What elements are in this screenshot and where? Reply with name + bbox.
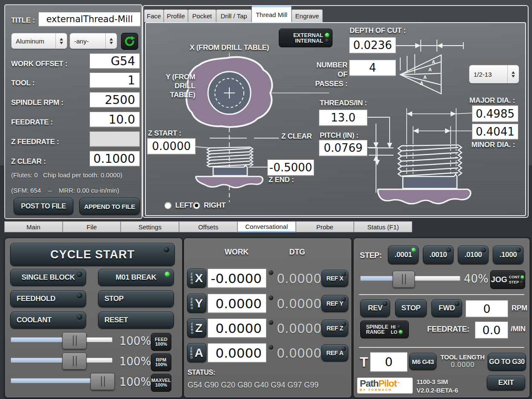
tab-engrave[interactable]: Engrave [292, 9, 323, 22]
maxvel-100-button[interactable]: MAXVEL 100% [151, 374, 171, 392]
z-clear-input[interactable]: 0.1000 [90, 151, 140, 166]
right-radio[interactable] [193, 202, 200, 209]
right-hand-option[interactable]: RIGHT [193, 201, 226, 210]
rpm-unit-label: RPM [512, 304, 527, 312]
tab-conversational[interactable]: Conversational [237, 221, 296, 232]
zero-z-button[interactable]: ZERO Z [187, 318, 206, 338]
tab-drill-tap[interactable]: Drill / Tap [216, 9, 252, 22]
thread-size-select[interactable]: 1/2-13 [469, 65, 519, 84]
tab-profile[interactable]: Profile [164, 9, 188, 22]
step-label: STEP: [360, 251, 382, 260]
rpm-override-value: 100% [119, 355, 151, 368]
feed-override-slider[interactable] [11, 337, 113, 342]
zero-x-button[interactable]: ZERO X [187, 269, 206, 288]
append-to-file-button[interactable]: APPEND TO FILE [79, 198, 140, 215]
feed-100-button[interactable]: FEED 100% [151, 333, 171, 351]
tab-face[interactable]: Face [144, 9, 164, 22]
step-0010-button[interactable]: .0010 [423, 246, 454, 264]
ref-y-button[interactable]: REF Y [321, 295, 348, 312]
x-from-drill-table-label: X (FROM DRILL TABLE) [190, 43, 269, 52]
tab-status[interactable]: Status (F1) [354, 221, 412, 232]
bolt-shank [213, 165, 247, 176]
tab-probe[interactable]: Probe [296, 221, 354, 232]
z-work-dro[interactable]: 0.0000 [208, 318, 266, 338]
x-work-dro[interactable]: -0.0000 [208, 269, 266, 288]
tool-filter-select[interactable]: -any- [69, 33, 117, 49]
major-dia-input[interactable]: 0.4985 [472, 105, 518, 122]
threads-per-in-input[interactable]: 13.0 [319, 110, 367, 126]
depth-of-cut-input[interactable]: 0.0236 [349, 37, 396, 53]
maxvel-override-handle[interactable] [90, 373, 115, 390]
tab-offsets[interactable]: Offsets [179, 221, 237, 232]
minor-dia-input[interactable]: 0.4041 [472, 124, 518, 139]
material-select[interactable]: Aluminum [11, 33, 67, 49]
title-input[interactable]: externalThread-Mill [38, 12, 141, 26]
m01-break-button[interactable]: M01 BREAK [98, 269, 174, 286]
maxvel-override-slider[interactable] [11, 378, 113, 383]
ref-a-button[interactable]: REF A [321, 344, 348, 361]
refresh-button[interactable] [121, 33, 138, 50]
spindle-rev-button[interactable]: REV [360, 299, 390, 317]
z-feedrate-input[interactable] [90, 131, 140, 147]
feed-override-handle[interactable] [62, 332, 87, 349]
threads-per-in-label: THREADS/IN : [320, 99, 367, 107]
feedrate-input[interactable]: 10.0 [90, 112, 140, 127]
step-0100-button[interactable]: .0100 [458, 246, 489, 264]
spindle-fwd-button[interactable]: FWD [431, 299, 462, 317]
rpm-override-slider[interactable] [11, 358, 113, 363]
z-end-label: Z END : [269, 176, 294, 184]
zero-a-button[interactable]: ZERO A [187, 343, 206, 362]
tab-main[interactable]: Main [4, 221, 63, 232]
feedhold-led [77, 293, 82, 298]
exit-button[interactable]: EXIT [487, 375, 525, 390]
jog-cont-led [520, 275, 524, 279]
rpm-100-button[interactable]: RPM 100% [151, 353, 171, 371]
tab-pocket[interactable]: Pocket [188, 9, 216, 22]
spinner-arrows-icon[interactable] [507, 65, 519, 83]
spinner-arrows-icon[interactable] [105, 33, 117, 49]
jog-spindle-panel: STEP: .0001 .0010 .0100 .1000 40% JOG CO… [353, 237, 530, 398]
spindle-range-toggle[interactable]: SPINDLE RANGE HI LO [360, 321, 409, 338]
spindle-stop-button[interactable]: STOP [395, 299, 427, 317]
step-1000-led [516, 248, 521, 252]
a-work-dro[interactable]: 0.0000 [208, 343, 266, 362]
ref-x-led [341, 272, 346, 276]
left-radio[interactable] [164, 202, 172, 209]
zero-y-button[interactable]: ZERO Y [187, 294, 206, 313]
reset-button[interactable]: RESET [98, 312, 174, 329]
jog-speed-slider[interactable] [360, 276, 460, 281]
active-tool-input[interactable]: 0 [370, 352, 408, 372]
cycle-start-button[interactable]: CYCLE START [10, 243, 175, 266]
work-offset-input[interactable]: G54 [90, 53, 140, 69]
m6-g43-button[interactable]: M6 G43 [409, 353, 437, 370]
post-to-file-button[interactable]: POST TO FILE [14, 198, 73, 215]
pitch-input[interactable]: 0.0769 [319, 140, 367, 156]
tool-input[interactable]: 1 [90, 72, 140, 88]
spindle-lo-led [399, 330, 403, 334]
ref-z-button[interactable]: REF Z [321, 320, 348, 337]
feedhold-button[interactable]: FEEDHOLD [10, 290, 86, 307]
go-to-g30-button[interactable]: GO TO G30 [488, 353, 526, 371]
z-clear-diagram-label: Z CLEAR [281, 132, 312, 141]
spinner-arrows-icon[interactable] [55, 33, 67, 49]
jog-speed-handle[interactable] [393, 271, 415, 288]
workpiece-detail [378, 189, 471, 204]
y-work-dro[interactable]: 0.0000 [208, 294, 266, 313]
z-start-input[interactable]: 0.0000 [147, 138, 196, 154]
stop-button[interactable]: STOP [98, 290, 174, 307]
tab-file[interactable]: File [63, 221, 121, 232]
tab-thread-mill[interactable]: Thread Mill [252, 6, 292, 22]
z-end-input[interactable]: -0.5000 [267, 159, 314, 176]
number-of-passes-input[interactable]: 4 [349, 60, 396, 76]
jog-cont-step-toggle[interactable]: JOG CONT STEP [490, 270, 525, 289]
coolant-button[interactable]: COOLANT [10, 312, 86, 329]
ref-x-button[interactable]: REF X [321, 270, 348, 287]
left-hand-option[interactable]: LEFT [164, 201, 193, 210]
step-1000-button[interactable]: .1000 [493, 246, 523, 264]
spindle-rpm-input[interactable]: 2500 [90, 92, 140, 107]
step-0001-button[interactable]: .0001 [388, 246, 419, 264]
single-block-button[interactable]: SINGLE BLOCK [10, 269, 86, 286]
z-dro-led [269, 320, 273, 325]
tab-settings[interactable]: Settings [121, 221, 179, 232]
rpm-override-handle[interactable] [62, 353, 87, 370]
